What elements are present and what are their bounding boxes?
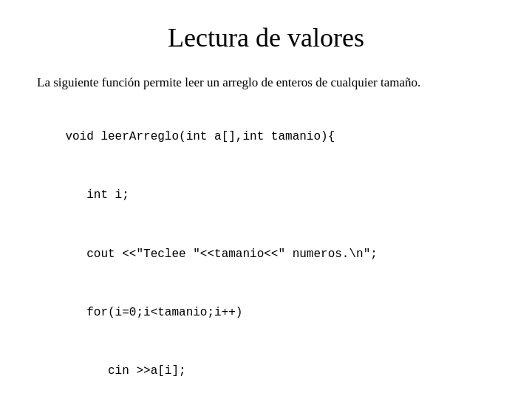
- code-line-5: cin >>a[i];: [65, 364, 185, 378]
- description-text: La siguiente función permite leer un arr…: [37, 74, 420, 92]
- page-title: Lectura de valores: [37, 22, 495, 53]
- page: Lectura de valores La siguiente función …: [0, 0, 532, 399]
- code-line-3: cout <<"Teclee "<<tamanio<<" numeros.\n"…: [65, 248, 377, 261]
- code-block: void leerArreglo(int a[],int tamanio){ i…: [37, 108, 378, 399]
- code-line-1: void leerArreglo(int a[],int tamanio){: [65, 130, 335, 143]
- code-line-4: for(i=0;i<tamanio;i++): [65, 306, 242, 319]
- code-line-2: int i;: [65, 188, 129, 202]
